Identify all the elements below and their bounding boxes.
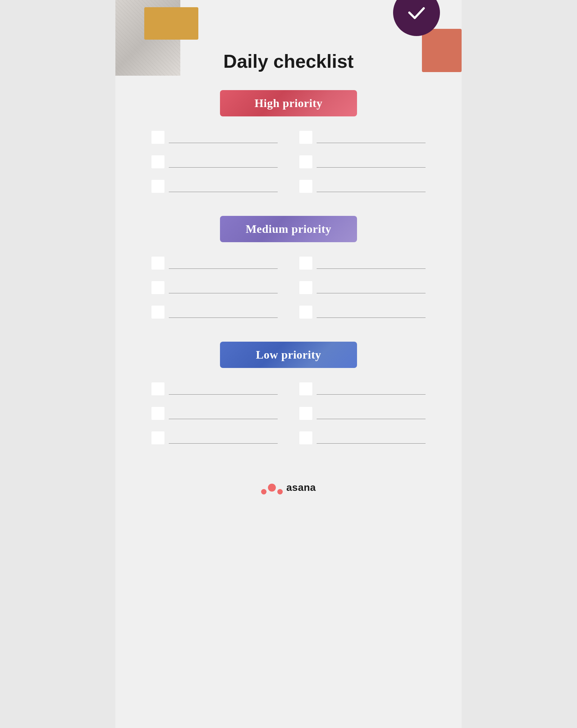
low-priority-banner: Low priority [220, 342, 357, 368]
checkbox[interactable] [151, 155, 164, 168]
list-item [299, 281, 426, 296]
checkbox[interactable] [151, 131, 164, 144]
check-line [169, 394, 278, 395]
list-item [299, 155, 426, 170]
list-item [151, 407, 278, 421]
list-item [299, 180, 426, 194]
asana-dot-center [268, 484, 276, 492]
high-priority-grid [144, 131, 433, 194]
list-item [299, 306, 426, 320]
check-line [317, 268, 426, 269]
list-item [299, 131, 426, 145]
checkmark-icon [406, 2, 427, 23]
list-item [151, 131, 278, 145]
checkbox[interactable] [299, 155, 312, 168]
high-priority-section: High priority [144, 90, 433, 194]
high-priority-banner: High priority [220, 90, 357, 116]
check-line [317, 293, 426, 293]
checkbox[interactable] [299, 431, 312, 444]
checkbox[interactable] [299, 382, 312, 395]
asana-logo [261, 484, 283, 492]
list-item [151, 306, 278, 320]
list-item [151, 431, 278, 446]
check-line [317, 318, 426, 318]
check-line [169, 318, 278, 318]
check-line [169, 192, 278, 192]
checkbox[interactable] [151, 382, 164, 395]
footer: asana [144, 467, 433, 508]
checkbox[interactable] [151, 180, 164, 193]
deco-orange-rect [144, 7, 198, 40]
medium-priority-banner: Medium priority [220, 216, 357, 242]
check-line [169, 143, 278, 143]
page-container: Daily checklist High priority [115, 0, 462, 728]
list-item [151, 155, 278, 170]
checkbox[interactable] [151, 407, 164, 420]
list-item [299, 382, 426, 397]
checkbox[interactable] [151, 281, 164, 294]
checkbox[interactable] [299, 281, 312, 294]
check-line [169, 293, 278, 293]
asana-wordmark: asana [286, 482, 316, 493]
list-item [151, 281, 278, 296]
asana-dot-right [277, 489, 283, 494]
list-item [151, 382, 278, 397]
check-line [317, 167, 426, 168]
checkbox[interactable] [299, 407, 312, 420]
checkbox[interactable] [151, 306, 164, 319]
checkbox[interactable] [299, 131, 312, 144]
check-line [169, 167, 278, 168]
check-line [169, 419, 278, 419]
list-item [299, 257, 426, 271]
list-item [151, 180, 278, 194]
list-item [151, 257, 278, 271]
check-line [169, 443, 278, 444]
list-item [299, 431, 426, 446]
check-line [169, 268, 278, 269]
check-line [317, 394, 426, 395]
medium-priority-section: Medium priority [144, 216, 433, 320]
check-line [317, 192, 426, 192]
low-priority-grid [144, 382, 433, 446]
checkbox[interactable] [151, 431, 164, 444]
checkbox[interactable] [151, 257, 164, 270]
checkbox[interactable] [299, 306, 312, 319]
asana-dot-left [261, 489, 267, 494]
checkbox[interactable] [299, 257, 312, 270]
check-line [317, 143, 426, 143]
check-line [317, 443, 426, 444]
list-item [299, 407, 426, 421]
check-line [317, 419, 426, 419]
page-title: Daily checklist [144, 50, 433, 72]
medium-priority-grid [144, 257, 433, 320]
checkbox[interactable] [299, 180, 312, 193]
low-priority-section: Low priority [144, 342, 433, 446]
